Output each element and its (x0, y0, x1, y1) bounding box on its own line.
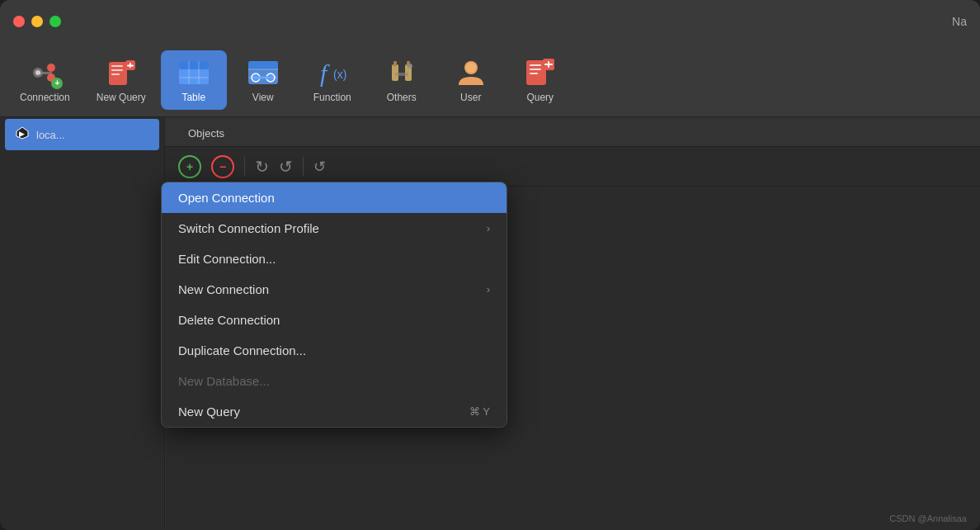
app-window: Na + Connection (0, 0, 980, 530)
menu-item-switch-connection[interactable]: Switch Connection Profile › (162, 213, 506, 244)
menu-item-duplicate-connection[interactable]: Duplicate Connection... (162, 335, 506, 366)
submenu-arrow-new: › (487, 283, 490, 296)
context-menu: Open Connection Switch Connection Profil… (161, 182, 507, 428)
new-query-shortcut: ⌘ Y (469, 405, 490, 418)
context-menu-overlay: Open Connection Switch Connection Profil… (0, 0, 980, 530)
submenu-arrow-switch: › (487, 222, 490, 234)
menu-item-open-connection[interactable]: Open Connection (162, 182, 506, 213)
menu-item-delete-connection[interactable]: Delete Connection (162, 305, 506, 335)
menu-item-new-database: New Database... (162, 366, 506, 396)
menu-item-new-connection[interactable]: New Connection › (162, 274, 506, 305)
menu-item-edit-connection[interactable]: Edit Connection... (162, 244, 506, 274)
menu-item-new-query[interactable]: New Query ⌘ Y (162, 396, 506, 427)
